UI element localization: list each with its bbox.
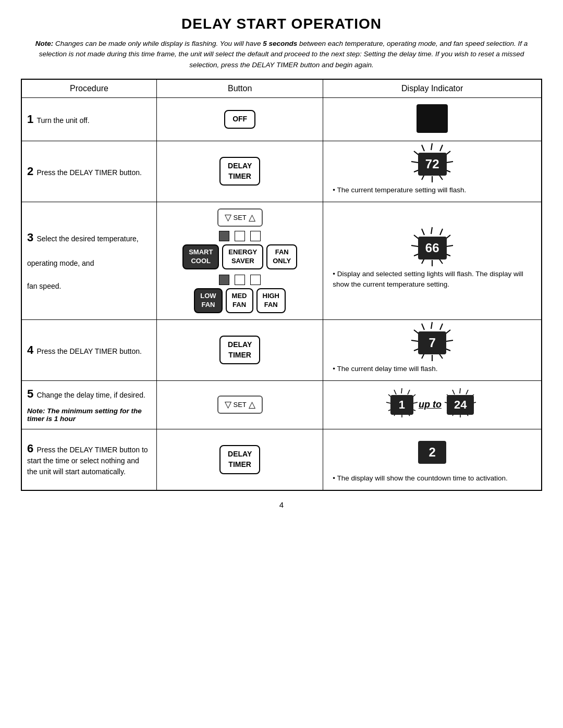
- mode-indicator-row: [162, 231, 317, 241]
- fan-only-indicator: [250, 231, 261, 241]
- header-display: Display Indicator: [323, 79, 542, 98]
- table-row: 6 Press the DELAY TIMER button to start …: [21, 429, 542, 490]
- step-text: Change the delay time, if desired.: [36, 391, 145, 399]
- table-row: 3 Select the desired temperature, operat…: [21, 202, 542, 320]
- upto-label: up to: [419, 399, 442, 410]
- svg-line-49: [466, 390, 468, 394]
- procedure-cell-4: 4 Press the DELAY TIMER button.: [21, 319, 156, 380]
- svg-line-27: [446, 340, 453, 341]
- procedure-cell-6: 6 Press the DELAY TIMER button to start …: [21, 429, 156, 490]
- step-number: 2: [27, 165, 33, 178]
- upto-display: 1 up to: [328, 395, 536, 415]
- energy-saver-button: ENERGYSAVER: [222, 244, 263, 269]
- temp-display-66: 66: [418, 237, 447, 260]
- display-cell-2: 72 • The current temperature setting wil…: [323, 141, 542, 202]
- svg-line-3: [446, 162, 453, 163]
- delay-timer-button-2: DELAYTIMER: [219, 336, 260, 364]
- button-cell-2: DELAYTIMER: [156, 141, 323, 202]
- button-cell-6: DELAYTIMER: [156, 429, 323, 490]
- down-arrow-icon: ▽: [225, 399, 231, 410]
- up-arrow-icon: △: [249, 212, 255, 223]
- step-number: 5: [27, 387, 33, 400]
- button-cell-1: OFF: [156, 97, 323, 141]
- set-button: ▽ SET △: [217, 208, 263, 227]
- smart-cool-button: SMARTCOOL: [182, 244, 219, 269]
- display-cell-5: 1 up to: [323, 380, 542, 429]
- button-cell-4: DELAYTIMER: [156, 319, 323, 380]
- note-block: Note: Changes can be made only while dis…: [21, 39, 542, 70]
- set-label: SET: [234, 214, 247, 221]
- step-number: 1: [27, 113, 33, 126]
- svg-line-59: [452, 390, 455, 394]
- speed-indicator-row: [162, 275, 317, 285]
- svg-line-11: [422, 145, 424, 151]
- step-text: Press the DELAY TIMER button to start th…: [27, 446, 148, 476]
- svg-line-13: [440, 229, 443, 235]
- svg-line-25: [440, 324, 443, 330]
- page-title: DELAY START OPERATION: [21, 16, 542, 32]
- up-arrow-icon: △: [249, 399, 255, 410]
- low-fan-button: LOWFAN: [194, 288, 222, 313]
- svg-line-33: [411, 340, 418, 341]
- procedure-cell-1: 1 Turn the unit off.: [21, 97, 156, 141]
- svg-line-47: [394, 390, 396, 394]
- svg-line-24: [431, 322, 432, 329]
- button-cell-5: ▽ SET △: [156, 380, 323, 429]
- procedure-cell-5: 5 Change the delay time, if desired. Not…: [21, 380, 156, 429]
- svg-line-9: [411, 162, 418, 163]
- table-row: 2 Press the DELAY TIMER button. DELAYTIM…: [21, 141, 542, 202]
- display-cell-6: 2 • The display will show the countdown …: [323, 429, 542, 490]
- energy-saver-indicator: [235, 231, 245, 241]
- procedure-cell-2: 2 Press the DELAY TIMER button.: [21, 141, 156, 202]
- set-button-2: ▽ SET △: [217, 396, 263, 414]
- smart-cool-indicator: [219, 231, 229, 241]
- table-row: 4 Press the DELAY TIMER button. DELAYTIM…: [21, 319, 542, 380]
- header-procedure: Procedure: [21, 79, 156, 98]
- button-cell-3: ▽ SET △ SMARTCOOL ENERGYSAVER FANONLY: [156, 202, 323, 320]
- temperature-display: 72: [418, 153, 447, 176]
- speed-buttons-row: LOWFAN MEDFAN HIGHFAN: [162, 288, 317, 313]
- svg-line-0: [431, 143, 432, 150]
- low-fan-indicator: [219, 275, 229, 285]
- delay-min-display: 1: [390, 395, 413, 415]
- delay-timer-button: DELAYTIMER: [219, 157, 260, 186]
- step-text: Press the DELAY TIMER button.: [36, 347, 142, 355]
- procedure-cell-3: 3 Select the desired temperature, operat…: [21, 202, 156, 320]
- proc-note-5: Note: The minimum setting for the timer …: [27, 407, 151, 423]
- svg-line-48: [460, 388, 460, 393]
- svg-line-36: [401, 388, 402, 393]
- svg-line-1: [440, 145, 443, 151]
- page-number: 4: [21, 500, 542, 509]
- fan-only-button: FANONLY: [266, 244, 297, 269]
- set-label: SET: [234, 401, 247, 409]
- high-fan-indicator: [250, 275, 261, 285]
- display-note-4: • The current delay time will flash.: [328, 364, 536, 374]
- display-note-3: • Display and selected setting lights wi…: [328, 269, 536, 290]
- svg-line-39: [413, 402, 418, 403]
- header-button: Button: [156, 79, 323, 98]
- delay-timer-button-3: DELAYTIMER: [219, 445, 260, 474]
- svg-line-35: [422, 324, 424, 330]
- solid-black-indicator: [417, 104, 448, 133]
- med-fan-indicator: [235, 275, 245, 285]
- step-number: 4: [27, 343, 33, 356]
- display-cell-3: 66 • Display and selected setting lights…: [323, 202, 542, 320]
- svg-line-21: [411, 245, 418, 246]
- table-row: 5 Change the delay time, if desired. Not…: [21, 380, 542, 429]
- step-text-a: Select the desired temperature,: [36, 235, 138, 243]
- off-button: OFF: [224, 110, 255, 129]
- display-note-2: • The current temperature setting will f…: [328, 185, 536, 195]
- med-fan-button: MEDFAN: [226, 288, 253, 313]
- svg-line-15: [446, 245, 453, 246]
- mode-buttons-row: SMARTCOOL ENERGYSAVER FANONLY: [162, 244, 317, 269]
- display-note-6: • The display will show the countdown ti…: [328, 473, 536, 484]
- high-fan-button: HIGHFAN: [256, 288, 286, 313]
- step-text-b: operating mode, and: [27, 259, 151, 267]
- step-text: Turn the unit off.: [36, 116, 89, 125]
- main-table: Procedure Button Display Indicator 1 Tur…: [21, 79, 542, 491]
- delay-display-7: 7: [418, 331, 446, 354]
- display-cell-4: 7 • The current delay time will flash.: [323, 319, 542, 380]
- table-row: 1 Turn the unit off. OFF: [21, 97, 542, 141]
- step-number: 6: [27, 442, 33, 455]
- step-number: 3: [27, 231, 33, 244]
